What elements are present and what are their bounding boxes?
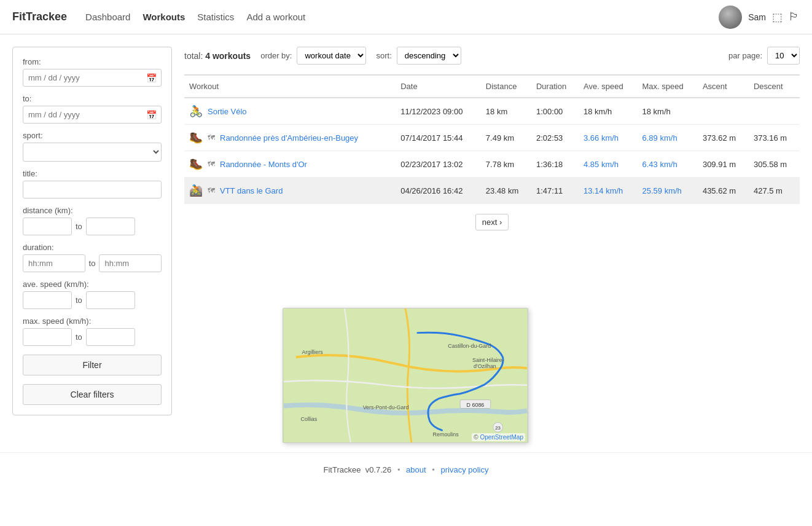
order-by-label: order by: (260, 51, 292, 60)
footer-app-name: FitTrackee (323, 465, 361, 474)
duration-3: 1:47:11 (531, 178, 579, 204)
map-background: Argilliers Vers-Pont-du-Gard Castillon-d… (283, 308, 528, 442)
sport-select[interactable] (23, 143, 162, 162)
table-row: 🚵 🗺 VTT dans le Gard 04/26/2016 16:42 23… (184, 178, 800, 204)
nav-links: Dashboard Workouts Statistics Add a work… (85, 12, 719, 22)
max-speed-range: to (23, 328, 162, 346)
toolbar: total: 4 workouts order by: workout date… (184, 47, 800, 65)
table-header-row: Workout Date Distance Duration Ave. spee… (184, 75, 800, 98)
clear-filters-button[interactable]: Clear filters (23, 384, 162, 405)
total-value: 4 workouts (205, 51, 251, 61)
ave-speed-0: 18 km/h (579, 98, 638, 125)
filter-button[interactable]: Filter (23, 355, 162, 375)
to-label: to: (23, 94, 162, 103)
table-row: 🥾 🗺 Randonnée - Monts d'Or 02/23/2017 13… (184, 151, 800, 178)
ave-speed-to-input[interactable] (86, 291, 135, 309)
map-overlay: Argilliers Vers-Pont-du-Gard Castillon-d… (283, 308, 528, 443)
date-0: 11/12/2023 09:00 (396, 98, 481, 125)
nav-link-add-workout[interactable]: Add a workout (246, 12, 305, 22)
max-speed-from-input[interactable] (23, 328, 72, 346)
max-speed-0: 18 km/h (638, 98, 698, 125)
nav-brand[interactable]: FitTrackee (12, 10, 67, 23)
max-speed-3: 25.59 km/h (638, 178, 698, 204)
nav-link-dashboard[interactable]: Dashboard (85, 12, 130, 22)
duration-label: duration: (23, 243, 162, 252)
footer-privacy-link[interactable]: privacy policy (440, 465, 488, 474)
osm-link[interactable]: OpenStreetMap (480, 434, 523, 441)
ascent-3: 435.62 m (698, 178, 749, 204)
distance-2: 7.78 km (481, 151, 531, 178)
footer: FitTrackee v0.7.26 • about • privacy pol… (0, 452, 812, 487)
distance-3: 23.48 km (481, 178, 531, 204)
svg-text:Vers-Pont-du-Gard: Vers-Pont-du-Gard (363, 404, 409, 410)
order-by-select[interactable]: workout date distance duration (297, 47, 366, 65)
sort-group: sort: descending ascending (376, 47, 461, 65)
to-date-input[interactable] (23, 106, 162, 124)
from-date-input[interactable] (23, 69, 162, 87)
dot-1: • (397, 465, 400, 474)
duration-range: to (23, 254, 162, 272)
max-speed-2: 6.43 km/h (638, 151, 698, 178)
ascent-2: 309.91 m (698, 151, 749, 178)
sport-label: sport: (23, 131, 162, 140)
col-ave-speed: Ave. speed (579, 75, 638, 98)
map-icon-2: 🗺 (208, 160, 215, 168)
next-button[interactable]: next › (475, 214, 509, 230)
order-by-group: order by: workout date distance duration (260, 47, 366, 65)
workout-cell-1: 🥾 🗺 Randonnée près d'Ambérieu-en-Bugey (184, 125, 396, 151)
col-workout: Workout (184, 75, 396, 98)
nav-link-statistics[interactable]: Statistics (197, 12, 234, 22)
nav-right: Sam ⬚ 🏳 (719, 6, 800, 29)
map-icon-3: 🗺 (208, 186, 215, 195)
duration-to-input[interactable] (99, 254, 162, 272)
from-date-wrapper: 📅 (23, 69, 162, 87)
duration-to-label: to (89, 259, 96, 268)
pagination: next › (184, 214, 800, 230)
workout-icon-1: 🥾 (189, 131, 203, 144)
distance-to-input[interactable] (86, 218, 135, 235)
col-duration: Duration (531, 75, 579, 98)
ascent-0 (698, 98, 749, 125)
footer-about-link[interactable]: about (406, 465, 426, 474)
avatar[interactable] (719, 6, 742, 29)
col-ascent: Ascent (698, 75, 749, 98)
workout-link-0[interactable]: Sortie Vélo (208, 107, 247, 116)
distance-from-input[interactable] (23, 218, 72, 235)
duration-from-input[interactable] (23, 254, 85, 272)
workout-link-2[interactable]: Randonnée - Monts d'Or (220, 160, 307, 169)
date-2: 02/23/2017 13:02 (396, 151, 481, 178)
map-icon-1: 🗺 (208, 133, 215, 142)
per-page-select[interactable]: 10 20 50 (767, 47, 800, 65)
sort-select[interactable]: descending ascending (397, 47, 461, 65)
logout-icon[interactable]: ⬚ (772, 10, 783, 24)
col-date: Date (396, 75, 481, 98)
ave-speed-from-input[interactable] (23, 291, 72, 309)
ave-speed-range: to (23, 291, 162, 309)
distance-0: 18 km (481, 98, 531, 125)
col-distance: Distance (481, 75, 531, 98)
duration-0: 1:00:00 (531, 98, 579, 125)
workout-link-1[interactable]: Randonnée près d'Ambérieu-en-Bugey (220, 133, 358, 143)
ave-speed-2: 4.85 km/h (579, 151, 638, 178)
dot-2: • (432, 465, 435, 474)
title-input[interactable] (23, 181, 162, 198)
svg-text:23: 23 (495, 425, 501, 431)
svg-text:d'Ozilhan: d'Ozilhan (474, 363, 496, 369)
sort-label: sort: (376, 51, 391, 60)
title-label: title: (23, 169, 162, 178)
settings-icon[interactable]: 🏳 (789, 10, 800, 23)
distance-to-label: to (76, 222, 82, 231)
nav-link-workouts[interactable]: Workouts (142, 12, 185, 22)
max-speed-to-label: to (76, 332, 82, 342)
workout-link-3[interactable]: VTT dans le Gard (220, 186, 283, 195)
col-descent: Descent (749, 75, 800, 98)
total-label: total: 4 workouts (184, 51, 251, 61)
osm-credit: © OpenStreetMap (472, 433, 525, 441)
per-page-label: par page: (728, 51, 762, 60)
max-speed-to-input[interactable] (86, 328, 135, 346)
table-row: 🥾 🗺 Randonnée près d'Ambérieu-en-Bugey 0… (184, 125, 800, 151)
distance-1: 7.49 km (481, 125, 531, 151)
date-1: 07/14/2017 15:44 (396, 125, 481, 151)
per-page-group: par page: 10 20 50 (728, 47, 800, 65)
table-row: 🚴 Sortie Vélo 11/12/2023 09:00 18 km 1:0… (184, 98, 800, 125)
